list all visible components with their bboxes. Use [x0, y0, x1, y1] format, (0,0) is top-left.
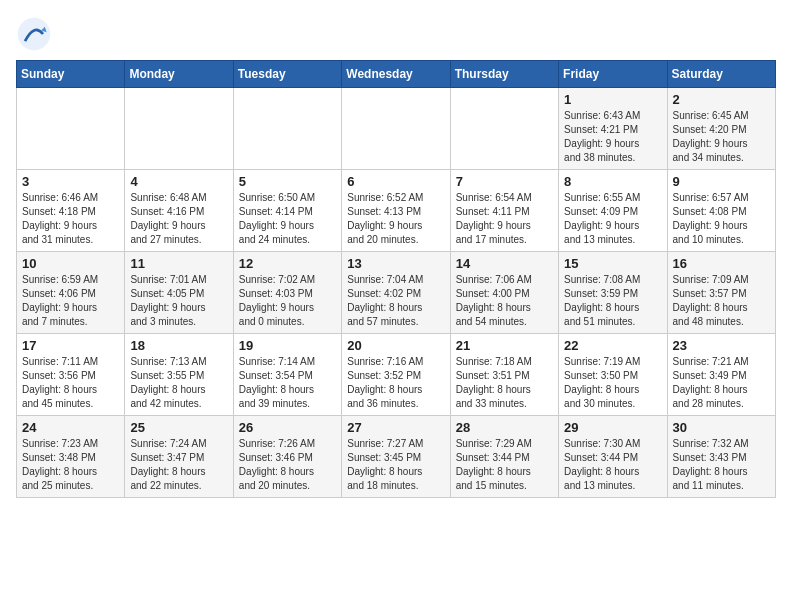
day-info: Sunrise: 6:43 AM Sunset: 4:21 PM Dayligh…: [564, 109, 661, 165]
day-info: Sunrise: 7:11 AM Sunset: 3:56 PM Dayligh…: [22, 355, 119, 411]
calendar-cell: 24Sunrise: 7:23 AM Sunset: 3:48 PM Dayli…: [17, 416, 125, 498]
day-info: Sunrise: 7:27 AM Sunset: 3:45 PM Dayligh…: [347, 437, 444, 493]
day-number: 3: [22, 174, 119, 189]
day-header-wednesday: Wednesday: [342, 61, 450, 88]
calendar-cell: 30Sunrise: 7:32 AM Sunset: 3:43 PM Dayli…: [667, 416, 775, 498]
day-number: 23: [673, 338, 770, 353]
day-number: 24: [22, 420, 119, 435]
day-info: Sunrise: 7:01 AM Sunset: 4:05 PM Dayligh…: [130, 273, 227, 329]
calendar-week-row: 3Sunrise: 6:46 AM Sunset: 4:18 PM Daylig…: [17, 170, 776, 252]
day-info: Sunrise: 7:09 AM Sunset: 3:57 PM Dayligh…: [673, 273, 770, 329]
day-number: 28: [456, 420, 553, 435]
calendar-cell: 11Sunrise: 7:01 AM Sunset: 4:05 PM Dayli…: [125, 252, 233, 334]
day-number: 21: [456, 338, 553, 353]
day-info: Sunrise: 7:18 AM Sunset: 3:51 PM Dayligh…: [456, 355, 553, 411]
calendar-cell: [342, 88, 450, 170]
day-info: Sunrise: 6:57 AM Sunset: 4:08 PM Dayligh…: [673, 191, 770, 247]
calendar-cell: 28Sunrise: 7:29 AM Sunset: 3:44 PM Dayli…: [450, 416, 558, 498]
calendar-week-row: 10Sunrise: 6:59 AM Sunset: 4:06 PM Dayli…: [17, 252, 776, 334]
calendar-cell: 16Sunrise: 7:09 AM Sunset: 3:57 PM Dayli…: [667, 252, 775, 334]
day-header-tuesday: Tuesday: [233, 61, 341, 88]
day-number: 17: [22, 338, 119, 353]
day-info: Sunrise: 7:08 AM Sunset: 3:59 PM Dayligh…: [564, 273, 661, 329]
day-number: 19: [239, 338, 336, 353]
day-number: 10: [22, 256, 119, 271]
calendar-cell: 5Sunrise: 6:50 AM Sunset: 4:14 PM Daylig…: [233, 170, 341, 252]
day-info: Sunrise: 6:48 AM Sunset: 4:16 PM Dayligh…: [130, 191, 227, 247]
day-info: Sunrise: 7:14 AM Sunset: 3:54 PM Dayligh…: [239, 355, 336, 411]
calendar-cell: 15Sunrise: 7:08 AM Sunset: 3:59 PM Dayli…: [559, 252, 667, 334]
day-info: Sunrise: 7:26 AM Sunset: 3:46 PM Dayligh…: [239, 437, 336, 493]
day-info: Sunrise: 7:19 AM Sunset: 3:50 PM Dayligh…: [564, 355, 661, 411]
calendar-cell: 18Sunrise: 7:13 AM Sunset: 3:55 PM Dayli…: [125, 334, 233, 416]
day-number: 12: [239, 256, 336, 271]
calendar-cell: 12Sunrise: 7:02 AM Sunset: 4:03 PM Dayli…: [233, 252, 341, 334]
calendar-cell: 29Sunrise: 7:30 AM Sunset: 3:44 PM Dayli…: [559, 416, 667, 498]
calendar-week-row: 24Sunrise: 7:23 AM Sunset: 3:48 PM Dayli…: [17, 416, 776, 498]
day-info: Sunrise: 6:50 AM Sunset: 4:14 PM Dayligh…: [239, 191, 336, 247]
day-number: 9: [673, 174, 770, 189]
day-number: 1: [564, 92, 661, 107]
day-info: Sunrise: 7:24 AM Sunset: 3:47 PM Dayligh…: [130, 437, 227, 493]
day-info: Sunrise: 6:46 AM Sunset: 4:18 PM Dayligh…: [22, 191, 119, 247]
day-number: 2: [673, 92, 770, 107]
day-number: 11: [130, 256, 227, 271]
calendar-cell: 22Sunrise: 7:19 AM Sunset: 3:50 PM Dayli…: [559, 334, 667, 416]
day-number: 7: [456, 174, 553, 189]
calendar-cell: 20Sunrise: 7:16 AM Sunset: 3:52 PM Dayli…: [342, 334, 450, 416]
calendar-cell: 17Sunrise: 7:11 AM Sunset: 3:56 PM Dayli…: [17, 334, 125, 416]
day-info: Sunrise: 7:29 AM Sunset: 3:44 PM Dayligh…: [456, 437, 553, 493]
day-header-monday: Monday: [125, 61, 233, 88]
day-info: Sunrise: 7:21 AM Sunset: 3:49 PM Dayligh…: [673, 355, 770, 411]
day-number: 8: [564, 174, 661, 189]
calendar-cell: [125, 88, 233, 170]
calendar-cell: 2Sunrise: 6:45 AM Sunset: 4:20 PM Daylig…: [667, 88, 775, 170]
calendar-week-row: 17Sunrise: 7:11 AM Sunset: 3:56 PM Dayli…: [17, 334, 776, 416]
day-info: Sunrise: 7:32 AM Sunset: 3:43 PM Dayligh…: [673, 437, 770, 493]
day-info: Sunrise: 7:23 AM Sunset: 3:48 PM Dayligh…: [22, 437, 119, 493]
calendar-cell: [450, 88, 558, 170]
calendar-table: SundayMondayTuesdayWednesdayThursdayFrid…: [16, 60, 776, 498]
day-header-thursday: Thursday: [450, 61, 558, 88]
day-header-sunday: Sunday: [17, 61, 125, 88]
day-number: 25: [130, 420, 227, 435]
day-number: 13: [347, 256, 444, 271]
page-header: [16, 16, 776, 52]
logo: [16, 16, 56, 52]
day-number: 15: [564, 256, 661, 271]
calendar-cell: 13Sunrise: 7:04 AM Sunset: 4:02 PM Dayli…: [342, 252, 450, 334]
calendar-cell: 6Sunrise: 6:52 AM Sunset: 4:13 PM Daylig…: [342, 170, 450, 252]
day-info: Sunrise: 6:45 AM Sunset: 4:20 PM Dayligh…: [673, 109, 770, 165]
day-number: 16: [673, 256, 770, 271]
calendar-cell: 9Sunrise: 6:57 AM Sunset: 4:08 PM Daylig…: [667, 170, 775, 252]
day-info: Sunrise: 7:06 AM Sunset: 4:00 PM Dayligh…: [456, 273, 553, 329]
calendar-cell: 7Sunrise: 6:54 AM Sunset: 4:11 PM Daylig…: [450, 170, 558, 252]
day-number: 29: [564, 420, 661, 435]
calendar-cell: 27Sunrise: 7:27 AM Sunset: 3:45 PM Dayli…: [342, 416, 450, 498]
calendar-cell: [17, 88, 125, 170]
day-header-friday: Friday: [559, 61, 667, 88]
day-info: Sunrise: 7:13 AM Sunset: 3:55 PM Dayligh…: [130, 355, 227, 411]
day-number: 4: [130, 174, 227, 189]
day-number: 26: [239, 420, 336, 435]
day-number: 5: [239, 174, 336, 189]
day-number: 27: [347, 420, 444, 435]
day-info: Sunrise: 6:55 AM Sunset: 4:09 PM Dayligh…: [564, 191, 661, 247]
calendar-cell: 8Sunrise: 6:55 AM Sunset: 4:09 PM Daylig…: [559, 170, 667, 252]
day-info: Sunrise: 7:16 AM Sunset: 3:52 PM Dayligh…: [347, 355, 444, 411]
calendar-header-row: SundayMondayTuesdayWednesdayThursdayFrid…: [17, 61, 776, 88]
day-number: 20: [347, 338, 444, 353]
day-number: 18: [130, 338, 227, 353]
calendar-cell: 4Sunrise: 6:48 AM Sunset: 4:16 PM Daylig…: [125, 170, 233, 252]
logo-icon: [16, 16, 52, 52]
calendar-cell: 21Sunrise: 7:18 AM Sunset: 3:51 PM Dayli…: [450, 334, 558, 416]
day-header-saturday: Saturday: [667, 61, 775, 88]
day-info: Sunrise: 7:02 AM Sunset: 4:03 PM Dayligh…: [239, 273, 336, 329]
day-info: Sunrise: 7:04 AM Sunset: 4:02 PM Dayligh…: [347, 273, 444, 329]
calendar-cell: 19Sunrise: 7:14 AM Sunset: 3:54 PM Dayli…: [233, 334, 341, 416]
calendar-cell: 1Sunrise: 6:43 AM Sunset: 4:21 PM Daylig…: [559, 88, 667, 170]
calendar-cell: 3Sunrise: 6:46 AM Sunset: 4:18 PM Daylig…: [17, 170, 125, 252]
day-number: 22: [564, 338, 661, 353]
calendar-cell: 23Sunrise: 7:21 AM Sunset: 3:49 PM Dayli…: [667, 334, 775, 416]
day-number: 14: [456, 256, 553, 271]
